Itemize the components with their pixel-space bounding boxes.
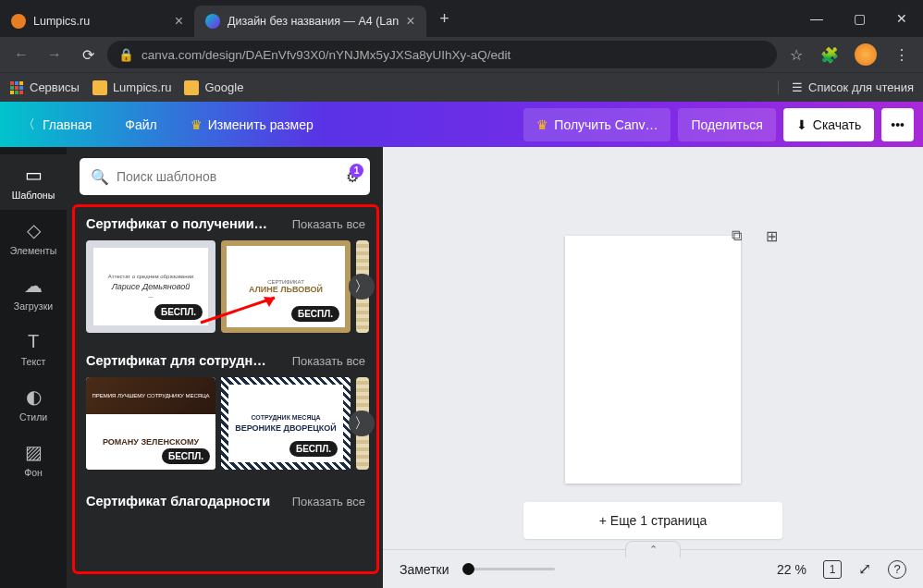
svg-rect-7 bbox=[15, 91, 18, 94]
show-all-link[interactable]: Показать все bbox=[292, 495, 365, 508]
bookmark-apps[interactable]: Сервисы bbox=[9, 80, 80, 95]
rail-styles[interactable]: ◐Стили bbox=[0, 376, 67, 432]
palette-icon: ◐ bbox=[26, 386, 42, 408]
notes-button[interactable]: Заметки bbox=[400, 562, 449, 577]
profile-avatar[interactable] bbox=[855, 43, 877, 66]
zoom-value[interactable]: 22 % bbox=[777, 562, 806, 577]
close-icon[interactable]: × bbox=[406, 13, 414, 30]
canvas-area: ⧉ ⊞ + Еще 1 страница ⌃ Заметки 22 % 1 ⤢ … bbox=[383, 147, 923, 588]
add-page-button[interactable]: ⊞ bbox=[758, 223, 784, 249]
dots-icon: ••• bbox=[891, 117, 905, 132]
menu-icon[interactable]: ⋮ bbox=[888, 41, 916, 68]
chevron-left-icon: 〈 bbox=[22, 116, 35, 133]
show-all-link[interactable]: Показать все bbox=[292, 354, 365, 368]
cloud-icon: ☁ bbox=[24, 275, 43, 297]
home-button[interactable]: 〈Главная bbox=[9, 108, 105, 141]
template-row: Аттестат о среднем образовании Ларисе Де… bbox=[80, 240, 371, 349]
bookmark-label: Lumpics.ru bbox=[113, 80, 172, 94]
browser-tab-canva[interactable]: Дизайн без названия — A4 (Lan × bbox=[194, 6, 426, 37]
elements-icon: ◇ bbox=[27, 219, 41, 241]
chevron-right-icon: 〉 bbox=[354, 277, 369, 297]
slider-track[interactable] bbox=[462, 568, 555, 570]
rail-templates[interactable]: ▭Шаблоны bbox=[0, 154, 67, 210]
share-button[interactable]: Поделиться bbox=[678, 108, 775, 141]
star-icon[interactable]: ☆ bbox=[782, 41, 810, 68]
background-icon: ▨ bbox=[25, 441, 43, 463]
rail-uploads[interactable]: ☁Загрузки bbox=[0, 265, 67, 321]
minimize-button[interactable]: — bbox=[795, 4, 838, 33]
template-card[interactable]: СЕРТИФИКАТ АЛИНЕ ЛЬВОВОЙ БЕСПЛ. bbox=[221, 240, 351, 333]
resize-button[interactable]: ♛Изменить размер bbox=[178, 108, 326, 141]
main-area: ▭Шаблоны ◇Элементы ☁Загрузки TТекст ◐Сти… bbox=[0, 147, 923, 588]
svg-rect-1 bbox=[15, 81, 18, 85]
expand-notch[interactable]: ⌃ bbox=[625, 541, 681, 557]
list-icon: ☰ bbox=[792, 80, 803, 94]
apps-icon bbox=[9, 80, 24, 95]
fullscreen-button[interactable]: ⤢ bbox=[858, 559, 871, 579]
url-field[interactable]: 🔒 canva.com/design/DAEnVfv93X0/nYNJMx5yJ… bbox=[107, 41, 777, 68]
canvas-page[interactable] bbox=[565, 236, 741, 484]
free-badge: БЕСПЛ. bbox=[291, 306, 339, 322]
svg-rect-3 bbox=[10, 86, 14, 90]
crown-icon: ♛ bbox=[536, 117, 548, 132]
search-input[interactable] bbox=[117, 169, 346, 184]
new-tab-button[interactable]: + bbox=[432, 6, 458, 31]
rail-elements[interactable]: ◇Элементы bbox=[0, 210, 67, 265]
section-title: Сертификат о получении ди… bbox=[86, 216, 271, 231]
bookmark-google[interactable]: Google bbox=[184, 80, 243, 95]
canva-toolbar: 〈Главная Файл ♛Изменить размер ♛Получить… bbox=[0, 102, 923, 147]
forward-button: → bbox=[41, 41, 68, 68]
filter-icon[interactable]: ⚙ 1 bbox=[346, 168, 359, 186]
back-button[interactable]: ← bbox=[7, 41, 35, 68]
bookmark-lumpics[interactable]: Lumpics.ru bbox=[92, 80, 172, 95]
page-indicator[interactable]: 1 bbox=[823, 560, 842, 579]
next-button[interactable]: 〉 bbox=[349, 274, 375, 300]
maximize-button[interactable]: ▢ bbox=[838, 4, 880, 33]
more-button[interactable]: ••• bbox=[881, 108, 914, 141]
side-rail: ▭Шаблоны ◇Элементы ☁Загрузки TТекст ◐Сти… bbox=[0, 147, 67, 588]
favicon-icon bbox=[205, 14, 220, 29]
browser-tab-lumpics[interactable]: Lumpics.ru × bbox=[0, 6, 194, 37]
free-badge: БЕСПЛ. bbox=[162, 448, 210, 464]
templates-panel: 🔍 ⚙ 1 Сертификат о получении ди… Показат… bbox=[67, 147, 383, 588]
svg-rect-2 bbox=[19, 81, 23, 85]
svg-rect-0 bbox=[10, 81, 14, 85]
help-button[interactable]: ? bbox=[888, 560, 906, 579]
url-text: canva.com/design/DAEnVfv93X0/nYNJMx5yJXS… bbox=[142, 48, 511, 62]
svg-rect-8 bbox=[19, 91, 23, 94]
download-button[interactable]: ⬇Скачать bbox=[783, 108, 875, 141]
next-button[interactable]: 〉 bbox=[349, 410, 375, 436]
rail-text[interactable]: TТекст bbox=[0, 321, 67, 376]
free-badge: БЕСПЛ. bbox=[154, 304, 203, 320]
extension-icon[interactable]: 🧩 bbox=[816, 41, 843, 68]
zoom-slider[interactable] bbox=[462, 568, 555, 570]
folder-icon bbox=[92, 80, 107, 95]
reading-list-button[interactable]: ☰ Список для чтения bbox=[778, 80, 914, 94]
show-all-link[interactable]: Показать все bbox=[292, 217, 365, 231]
close-button[interactable]: ✕ bbox=[880, 4, 923, 33]
slider-thumb[interactable] bbox=[462, 563, 474, 575]
bookmark-label: Google bbox=[204, 80, 243, 94]
tab-title: Lumpics.ru bbox=[33, 15, 167, 28]
rail-background[interactable]: ▨Фон bbox=[0, 432, 67, 487]
template-card[interactable]: ПРЕМИЯ ЛУЧШЕМУ СОТРУДНИКУ МЕСЯЦА РОМАНУ … bbox=[86, 377, 215, 470]
text-icon: T bbox=[28, 331, 39, 352]
search-icon: 🔍 bbox=[91, 168, 109, 186]
section-header: Сертификат благодарности Показать все bbox=[80, 486, 371, 518]
folder-icon bbox=[184, 80, 199, 95]
template-card[interactable]: Аттестат о среднем образовании Ларисе Де… bbox=[86, 240, 215, 333]
bookmarks-bar: Сервисы Lumpics.ru Google ☰ Список для ч… bbox=[0, 72, 923, 102]
crown-icon: ♛ bbox=[191, 117, 203, 132]
close-icon[interactable]: × bbox=[175, 13, 183, 30]
search-box[interactable]: 🔍 ⚙ 1 bbox=[80, 158, 370, 195]
add-page-card[interactable]: + Еще 1 страница bbox=[523, 502, 782, 539]
reading-list-label: Список для чтения bbox=[808, 80, 914, 94]
duplicate-page-button[interactable]: ⧉ bbox=[723, 223, 749, 249]
get-pro-button[interactable]: ♛Получить Canv… bbox=[523, 108, 671, 141]
expand-icon: ⤢ bbox=[858, 559, 871, 579]
file-button[interactable]: Файл bbox=[112, 108, 169, 141]
reload-button[interactable]: ⟳ bbox=[74, 41, 102, 68]
template-card[interactable]: СОТРУДНИК МЕСЯЦА ВЕРОНИКЕ ДВОРЕЦКОЙ БЕСП… bbox=[221, 377, 351, 470]
help-icon: ? bbox=[888, 560, 906, 579]
annotation-highlight: Сертификат о получении ди… Показать все … bbox=[72, 204, 379, 574]
